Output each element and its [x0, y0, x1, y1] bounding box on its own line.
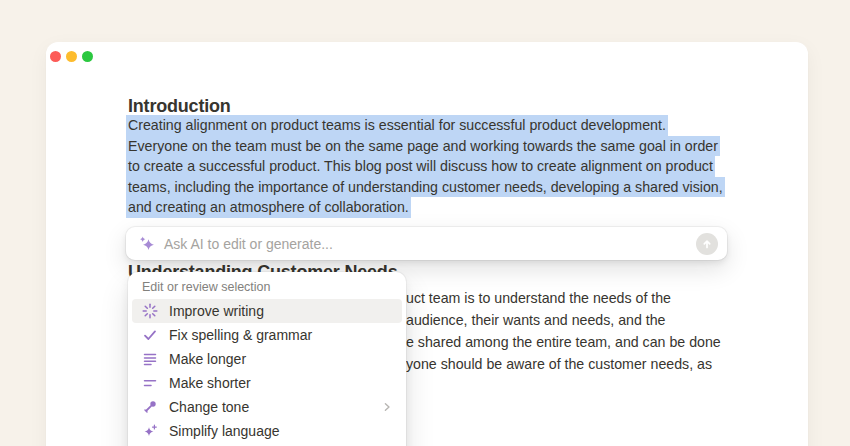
- menu-section-label: Edit or review selection: [128, 277, 406, 299]
- menu-item-label: Improve writing: [169, 303, 392, 319]
- selected-paragraph: Creating alignment on product teams is e…: [126, 115, 725, 218]
- improve-writing-icon: [142, 303, 158, 319]
- ai-input[interactable]: Ask AI to edit or generate...: [164, 236, 696, 252]
- chevron-right-icon: [382, 402, 392, 412]
- window-controls: [50, 51, 93, 62]
- menu-item-label: Make shorter: [169, 375, 392, 391]
- change-tone-icon: [142, 399, 158, 415]
- minimize-button[interactable]: [66, 51, 77, 62]
- menu-item-make-longer[interactable]: Make longer: [132, 347, 402, 371]
- obscured-text-line[interactable]: audience, their wants and needs, and the: [406, 309, 721, 331]
- submit-button[interactable]: [696, 233, 718, 255]
- selected-text-line[interactable]: Creating alignment on product teams is e…: [126, 115, 668, 136]
- menu-item-improve-writing[interactable]: Improve writing: [132, 299, 402, 323]
- ai-actions-menu: Edit or review selection Improve writing…: [128, 272, 406, 446]
- obscured-text-line[interactable]: e shared among the entire team, and can …: [406, 331, 721, 353]
- menu-item-change-tone[interactable]: Change tone: [132, 395, 402, 419]
- ai-prompt-bar[interactable]: Ask AI to edit or generate...: [126, 227, 727, 260]
- selected-text-line[interactable]: Everyone on the team must be on the same…: [126, 136, 720, 157]
- menu-item-label: Simplify language: [169, 423, 392, 439]
- menu-item-make-shorter[interactable]: Make shorter: [132, 371, 402, 395]
- menu-item-label: Change tone: [169, 399, 371, 415]
- make-shorter-icon: [142, 375, 158, 391]
- arrow-up-icon: [701, 238, 713, 250]
- obscured-text-line[interactable]: uct team is to understand the needs of t…: [406, 287, 721, 309]
- close-button[interactable]: [50, 51, 61, 62]
- obscured-paragraph: uct team is to understand the needs of t…: [406, 287, 721, 375]
- selected-text-line[interactable]: teams, including the importance of under…: [126, 177, 725, 198]
- menu-item-label: Fix spelling & grammar: [169, 327, 392, 343]
- intro-heading[interactable]: Introduction: [128, 96, 231, 117]
- menu-item-simplify-language[interactable]: Simplify language: [132, 419, 402, 443]
- selected-text-line[interactable]: and creating an atmosphere of collaborat…: [126, 197, 411, 218]
- obscured-text-line[interactable]: yone should be aware of the customer nee…: [406, 353, 721, 375]
- menu-item-fix-spelling-grammar[interactable]: Fix spelling & grammar: [132, 323, 402, 347]
- menu-item-label: Make longer: [169, 351, 392, 367]
- ai-sparkle-icon: [138, 235, 156, 253]
- make-longer-icon: [142, 351, 158, 367]
- simplify-language-icon: [142, 423, 158, 439]
- selected-text-line[interactable]: to create a successful product. This blo…: [126, 156, 715, 177]
- check-icon: [142, 327, 158, 343]
- zoom-button[interactable]: [82, 51, 93, 62]
